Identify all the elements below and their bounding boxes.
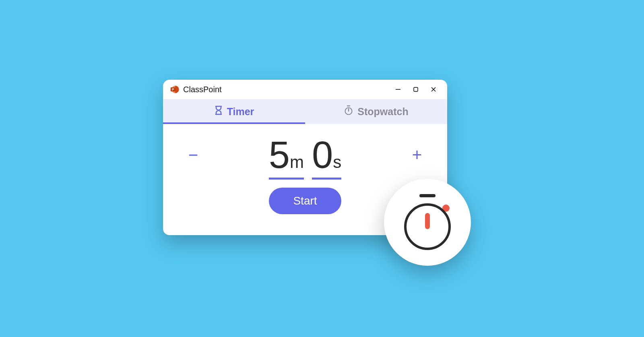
hourglass-icon [214, 105, 223, 118]
seconds-underline [312, 178, 341, 180]
time-display: 5 m 0 s [269, 136, 342, 174]
window-controls [389, 81, 442, 97]
seconds-segment[interactable]: 0 s [312, 136, 341, 174]
titlebar: P ClassPoint [163, 80, 447, 99]
tab-timer[interactable]: Timer [163, 99, 305, 124]
minutes-value: 5 [269, 136, 289, 174]
stopwatch-icon [344, 105, 353, 118]
minutes-segment[interactable]: 5 m [269, 136, 304, 174]
decrement-button[interactable]: − [183, 145, 203, 165]
tabs: Timer Stopwatch [163, 99, 447, 124]
stopwatch-badge [384, 179, 471, 266]
svg-rect-13 [425, 213, 430, 229]
close-button[interactable] [425, 81, 442, 97]
seconds-unit: s [333, 153, 341, 172]
powerpoint-icon: P [170, 85, 179, 94]
svg-text:P: P [172, 88, 174, 91]
svg-rect-4 [414, 87, 418, 91]
tab-stopwatch-label: Stopwatch [357, 106, 408, 118]
tab-stopwatch[interactable]: Stopwatch [305, 99, 447, 124]
seconds-value: 0 [312, 136, 332, 174]
stopwatch-badge-icon [399, 192, 456, 252]
minimize-button[interactable] [389, 81, 407, 97]
time-row: − 5 m 0 s + [183, 136, 427, 174]
tab-timer-label: Timer [227, 106, 254, 118]
minutes-unit: m [290, 153, 304, 172]
app-title: ClassPoint [183, 85, 389, 94]
maximize-button[interactable] [407, 81, 425, 97]
start-button[interactable]: Start [269, 188, 341, 214]
increment-button[interactable]: + [407, 145, 427, 165]
minutes-underline [269, 178, 304, 180]
